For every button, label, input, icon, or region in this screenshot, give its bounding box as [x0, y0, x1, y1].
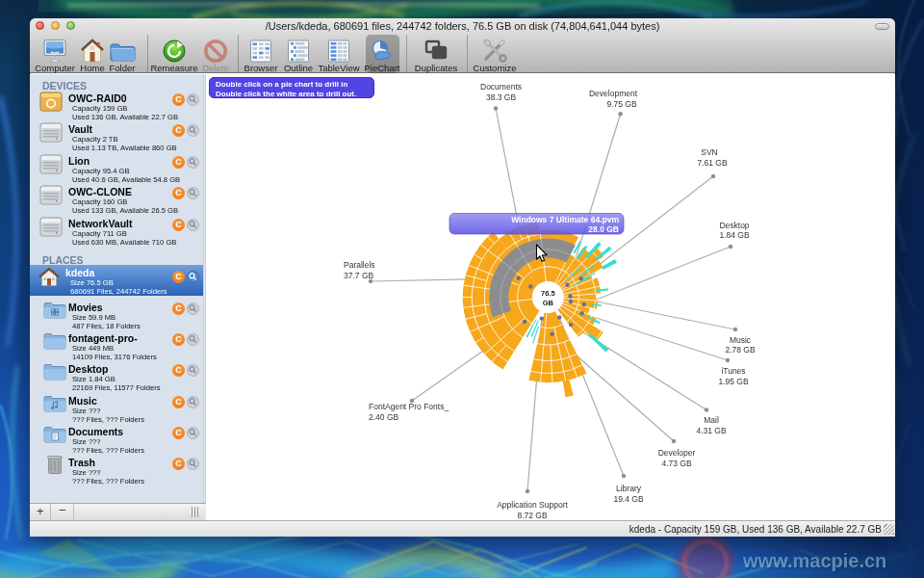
- svg-text:GB: GB: [543, 299, 554, 307]
- svg-text:Developer: Developer: [658, 448, 696, 458]
- svg-text:Music: Music: [730, 335, 752, 345]
- svg-text:Windows 7 Ultimate 64.pvm: Windows 7 Ultimate 64.pvm: [511, 215, 619, 224]
- svg-text:Development: Development: [589, 89, 638, 98]
- svg-text:37.7 GB: 37.7 GB: [344, 271, 374, 280]
- svg-text:76.5: 76.5: [541, 289, 555, 298]
- svg-text:iTunes: iTunes: [721, 366, 745, 376]
- svg-text:9.75 GB: 9.75 GB: [606, 99, 637, 109]
- svg-text:8.72 GB: 8.72 GB: [517, 511, 548, 520]
- svg-text:2.40 GB: 2.40 GB: [369, 412, 399, 422]
- svg-text:FontAgent Pro Fonts_: FontAgent Pro Fonts_: [369, 402, 449, 411]
- svg-text:Parallels: Parallels: [344, 260, 375, 270]
- svg-text:Application Support: Application Support: [497, 500, 568, 510]
- svg-text:Desktop: Desktop: [719, 221, 749, 230]
- svg-text:4.73 GB: 4.73 GB: [661, 459, 692, 468]
- svg-text:Mail: Mail: [704, 415, 719, 425]
- svg-text:19.4 GB: 19.4 GB: [613, 494, 644, 504]
- svg-text:SVN: SVN: [701, 147, 717, 157]
- svg-text:Documents: Documents: [480, 82, 522, 92]
- svg-text:www.macpie.cn: www.macpie.cn: [742, 550, 886, 571]
- svg-text:4.31 GB: 4.31 GB: [696, 426, 727, 435]
- svg-text:7.61 GB: 7.61 GB: [697, 158, 728, 168]
- svg-text:2.78 GB: 2.78 GB: [725, 345, 756, 355]
- svg-text:38.3 GB: 38.3 GB: [486, 92, 517, 102]
- svg-text:28.0 GB: 28.0 GB: [588, 224, 619, 234]
- svg-text:Library: Library: [616, 484, 642, 493]
- svg-text:1.95 GB: 1.95 GB: [718, 377, 749, 386]
- svg-text:1.84 GB: 1.84 GB: [719, 230, 750, 240]
